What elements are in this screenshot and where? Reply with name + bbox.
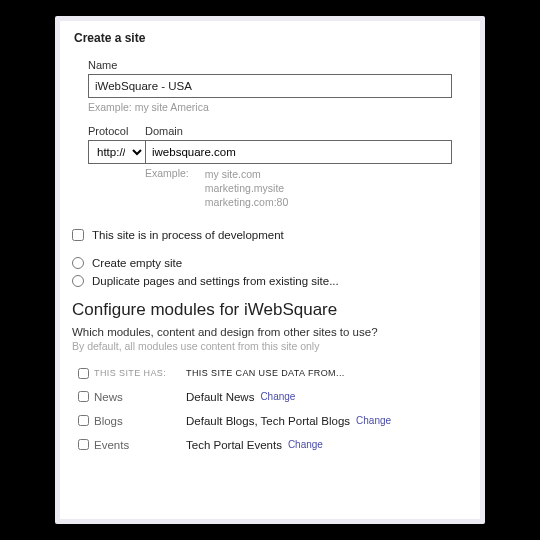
name-input[interactable] xyxy=(88,74,452,98)
module-data-events: Tech Portal Events xyxy=(186,439,282,451)
module-data-news: Default News xyxy=(186,391,254,403)
modules-header-has: THIS SITE HAS: xyxy=(94,368,186,378)
name-label: Name xyxy=(88,59,452,71)
module-name-blogs: Blogs xyxy=(94,415,186,427)
domain-label: Domain xyxy=(145,125,452,137)
protocol-label: Protocol xyxy=(88,125,145,137)
radio-empty-label: Create empty site xyxy=(92,257,182,269)
configure-subtext: By default, all modules use content from… xyxy=(72,340,452,352)
module-checkbox-news[interactable] xyxy=(78,391,89,402)
module-change-news[interactable]: Change xyxy=(260,391,295,402)
domain-hint-values: my site.com marketing.mysite marketing.c… xyxy=(205,167,288,210)
module-name-events: Events xyxy=(94,439,186,451)
radio-duplicate-row[interactable]: Duplicate pages and settings from existi… xyxy=(72,272,452,290)
configure-heading: Configure modules for iWebSquare xyxy=(72,300,452,320)
module-change-blogs[interactable]: Change xyxy=(356,415,391,426)
module-checkbox-blogs[interactable] xyxy=(78,415,89,426)
dev-checkbox-label: This site is in process of development xyxy=(92,229,284,241)
domain-hint: Example: my site.com marketing.mysite ma… xyxy=(145,167,452,210)
protocol-domain-inputs: http:// xyxy=(88,140,452,164)
protocol-domain-labels: Protocol Domain xyxy=(88,125,452,140)
module-checkbox-events[interactable] xyxy=(78,439,89,450)
dialog-body: Name Example: my site America Protocol D… xyxy=(60,53,480,457)
modules-header-row: THIS SITE HAS: THIS SITE CAN USE DATA FR… xyxy=(72,362,452,385)
radio-duplicate-label: Duplicate pages and settings from existi… xyxy=(92,275,339,287)
protocol-select[interactable]: http:// xyxy=(89,141,146,163)
radio-empty-row[interactable]: Create empty site xyxy=(72,254,452,272)
module-row-events: Events Tech Portal Events Change xyxy=(72,433,452,457)
dev-checkbox[interactable] xyxy=(72,229,84,241)
module-name-news: News xyxy=(94,391,186,403)
module-row-news: News Default News Change xyxy=(72,385,452,409)
configure-question: Which modules, content and design from o… xyxy=(72,326,452,338)
dialog-panel: Create a site Name Example: my site Amer… xyxy=(60,21,480,519)
name-hint: Example: my site America xyxy=(88,101,452,113)
modules-select-all-checkbox[interactable] xyxy=(78,368,89,379)
dev-checkbox-row[interactable]: This site is in process of development xyxy=(72,226,452,244)
radio-empty[interactable] xyxy=(72,257,84,269)
domain-hint-label: Example: xyxy=(145,167,189,210)
module-change-events[interactable]: Change xyxy=(288,439,323,450)
radio-duplicate[interactable] xyxy=(72,275,84,287)
modules-header-data: THIS SITE CAN USE DATA FROM... xyxy=(186,368,452,378)
module-row-blogs: Blogs Default Blogs, Tech Portal Blogs C… xyxy=(72,409,452,433)
domain-input[interactable] xyxy=(146,141,451,163)
dialog-outer: Create a site Name Example: my site Amer… xyxy=(55,16,485,524)
dialog-title: Create a site xyxy=(60,21,480,53)
module-data-blogs: Default Blogs, Tech Portal Blogs xyxy=(186,415,350,427)
